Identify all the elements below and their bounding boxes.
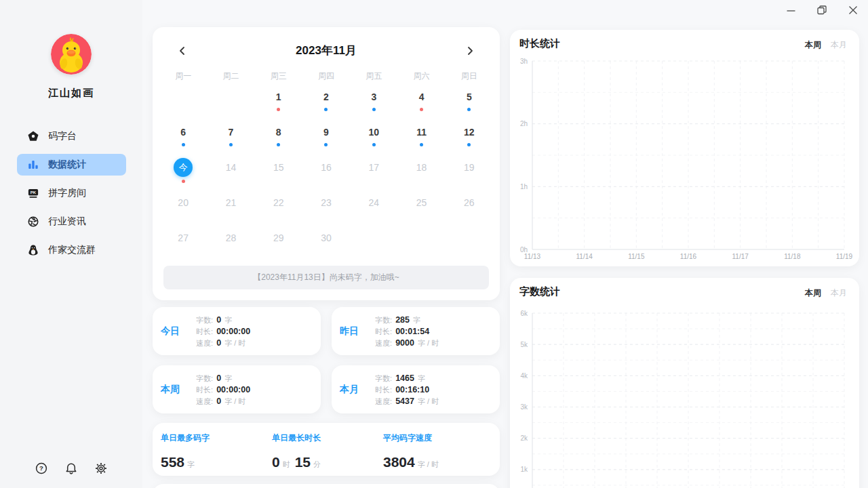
calendar-day-9[interactable]: 9 (302, 125, 350, 161)
day-number: 14 (226, 161, 237, 174)
calendar-day-28[interactable]: 28 (207, 231, 254, 266)
x-tick-label: 11/19 (836, 253, 853, 260)
activity-dot-red (277, 108, 280, 111)
sidebar-item-label: 拼字房间 (48, 187, 86, 199)
calendar-card: 2023年11月 周一周二周三周四周五周六周日 123456789101112今… (153, 27, 500, 300)
calendar-grid: 123456789101112今141516171819202122232425… (159, 90, 493, 266)
x-tick-label: 11/13 (524, 253, 541, 260)
weekday-label: 周三 (255, 70, 302, 82)
window-controls (785, 4, 859, 16)
gear-icon[interactable] (95, 462, 107, 474)
calendar-day-6[interactable]: 6 (159, 125, 207, 161)
day-number: 11 (416, 125, 427, 139)
help-icon[interactable]: ? (35, 462, 47, 474)
calendar-day-30[interactable]: 30 (302, 231, 350, 266)
next-month-icon[interactable] (465, 45, 475, 56)
calendar-status-message: 【2023年11月13日】尚未码字，加油哦~ (163, 266, 489, 289)
y-tick-label: 2k (520, 434, 528, 442)
activity-dot-blue (324, 143, 328, 146)
day-number: 16 (321, 161, 332, 174)
calendar-day-empty (207, 90, 254, 125)
sidebar-item-拼字房间[interactable]: PK拼字房间 (17, 182, 126, 204)
sidebar-item-作家交流群[interactable]: 作家交流群 (17, 239, 126, 261)
calendar-day-15[interactable]: 15 (255, 161, 302, 196)
calendar-day-16[interactable]: 16 (302, 161, 350, 196)
y-tick-label: 4k (520, 372, 528, 380)
sidebar-item-label: 码字台 (48, 130, 77, 142)
calendar-day-19[interactable]: 19 (446, 161, 493, 196)
weekday-label: 周四 (302, 70, 350, 82)
minimize-icon[interactable] (785, 5, 796, 16)
calendar-day-12[interactable]: 12 (446, 125, 493, 161)
day-number: 30 (321, 231, 332, 245)
duck-avatar (51, 34, 92, 75)
calendar-day-11[interactable]: 11 (397, 125, 445, 161)
stat-period-label: 本月 (340, 384, 359, 396)
calendar-day-2[interactable]: 2 (302, 90, 350, 125)
y-tick-label: 3h (520, 58, 528, 65)
calendar-day-4[interactable]: 4 (397, 90, 445, 125)
stat-speed-row: 速度: 9000 字 / 时 (375, 337, 439, 348)
stat-words-row: 字数: 0 字 (196, 372, 252, 384)
bar-chart-icon (27, 159, 39, 171)
calendar-day-5[interactable]: 5 (446, 90, 493, 125)
calendar-day-14[interactable]: 14 (207, 161, 254, 196)
activity-dot-blue (372, 143, 376, 146)
weekday-label: 周六 (397, 70, 445, 82)
day-number: 21 (226, 196, 237, 209)
calendar-day-26[interactable]: 26 (446, 196, 493, 231)
sidebar: 江山如画 码字台数据统计PK拼字房间行业资讯作家交流群 ? (0, 0, 142, 488)
calendar-title: 2023年11月 (153, 42, 500, 60)
day-number: 18 (416, 161, 427, 174)
bell-icon[interactable] (65, 462, 77, 474)
close-icon[interactable] (848, 5, 859, 16)
svg-text:?: ? (39, 464, 43, 472)
stat-card-今日: 今日字数: 0 字时长: 00:00:00速度: 0 字 / 时 (153, 307, 321, 355)
x-tick-label: 11/14 (576, 253, 593, 260)
calendar-day-7[interactable]: 7 (207, 125, 254, 161)
calendar-day-22[interactable]: 22 (255, 196, 302, 231)
aperture-icon (27, 216, 39, 228)
calendar-day-10[interactable]: 10 (350, 125, 397, 161)
partial-card-below (153, 484, 500, 488)
avg-speed-title: 平均码字速度 (383, 432, 439, 444)
weekday-label: 周一 (159, 70, 207, 82)
max-duration-value: 0时15分 (272, 454, 321, 470)
day-number: 26 (464, 196, 475, 209)
calendar-day-27[interactable]: 27 (159, 231, 207, 266)
sidebar-item-码字台[interactable]: 码字台 (17, 125, 126, 147)
sidebar-item-数据统计[interactable]: 数据统计 (17, 154, 126, 176)
username: 江山如画 (0, 87, 142, 100)
activity-dot-blue (182, 143, 185, 146)
calendar-day-8[interactable]: 8 (255, 125, 302, 161)
calendar-day-3[interactable]: 3 (350, 90, 397, 125)
activity-dot-red (420, 108, 423, 111)
day-number: 5 (467, 90, 472, 104)
stat-duration-row: 时长: 00:00:00 (196, 384, 252, 395)
calendar-day-23[interactable]: 23 (302, 196, 350, 231)
calendar-day-今[interactable]: 今 (159, 161, 207, 196)
max-duration-title: 单日最长时长 (272, 432, 321, 444)
svg-text:PK: PK (31, 190, 37, 195)
summary-card: 单日最多码字 558字 单日最长时长 0时15分 平均码字速度 3804字 / … (153, 423, 500, 476)
calendar-day-1[interactable]: 1 (255, 90, 302, 125)
calendar-day-21[interactable]: 21 (207, 196, 254, 231)
chart-card-字数统计: 字数统计本周本月1k2k3k4k5k6k (510, 278, 859, 488)
calendar-day-18[interactable]: 18 (397, 161, 445, 196)
day-number: 12 (464, 125, 475, 139)
day-number: 23 (321, 196, 332, 209)
stat-speed-row: 速度: 0 字 / 时 (196, 337, 252, 348)
restore-icon[interactable] (816, 5, 827, 16)
calendar-day-25[interactable]: 25 (397, 196, 445, 231)
sidebar-item-行业资讯[interactable]: 行业资讯 (17, 211, 126, 232)
user-avatar[interactable] (51, 34, 92, 75)
calendar-day-20[interactable]: 20 (159, 196, 207, 231)
writing-board-icon (27, 130, 39, 142)
calendar-day-29[interactable]: 29 (255, 231, 302, 266)
calendar-day-17[interactable]: 17 (350, 161, 397, 196)
stat-period-label: 本周 (161, 384, 180, 396)
prev-month-icon[interactable] (177, 45, 188, 56)
weekday-header-row: 周一周二周三周四周五周六周日 (159, 70, 493, 82)
calendar-day-24[interactable]: 24 (350, 196, 397, 231)
stat-speed-row: 速度: 5437 字 / 时 (375, 395, 439, 407)
